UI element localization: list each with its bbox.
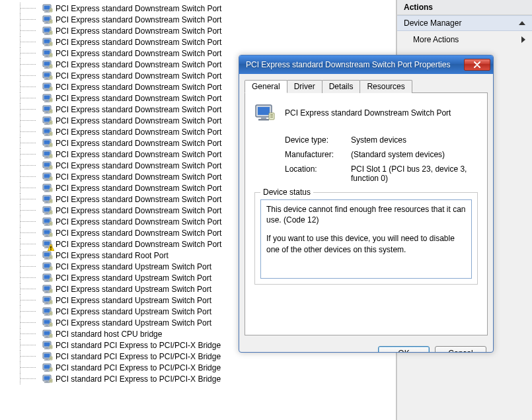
tab-general[interactable]: General <box>245 80 287 93</box>
tree-item-label: PCI Express standard Downstream Switch P… <box>56 83 221 92</box>
tab-panel-general: PCI Express standard Downstream Switch P… <box>245 92 488 335</box>
device-icon <box>42 217 53 227</box>
device-type-label: Device type: <box>285 135 351 145</box>
device-icon <box>42 250 53 261</box>
tree-item-label: PCI Express standard Downstream Switch P… <box>56 26 221 36</box>
tree-item-label: PCI Express standard Downstream Switch P… <box>56 139 221 148</box>
location-label: Location: <box>285 164 351 183</box>
device-status-label: Device status <box>260 188 313 197</box>
manufacturer-label: Manufacturer: <box>285 150 351 159</box>
tree-item-label: PCI Express standard Downstream Switch P… <box>56 94 221 103</box>
tree-item-label: PCI standard PCI Express to PCI/PCI-X Br… <box>56 341 221 350</box>
device-icon <box>254 102 276 123</box>
device-icon <box>42 15 53 25</box>
device-icon <box>42 172 53 182</box>
device-icon <box>42 48 53 59</box>
tree-item-label: PCI standard PCI Express to PCI/PCI-X Br… <box>56 352 221 361</box>
tab-driver[interactable]: Driver <box>287 80 323 93</box>
device-icon <box>42 127 53 137</box>
location-value: PCI Slot 1 (PCI bus 23, device 3, functi… <box>351 164 478 183</box>
tree-item-label: PCI Express standard Upstream Switch Por… <box>56 273 211 283</box>
actions-header: Actions <box>397 0 532 15</box>
close-button[interactable] <box>464 59 490 71</box>
tree-item-label: PCI Express standard Downstream Switch P… <box>56 71 221 81</box>
device-icon <box>42 37 53 48</box>
device-icon <box>42 194 53 205</box>
dialog-title-text: PCI Express standard Downstream Switch P… <box>246 60 464 69</box>
device-icon <box>42 363 53 373</box>
manufacturer-value: (Standard system devices) <box>351 150 478 159</box>
tree-item[interactable]: PCI standard PCI Express to PCI/PCI-X Br… <box>0 373 396 384</box>
tree-item-label: PCI Express standard Downstream Switch P… <box>56 105 221 114</box>
device-icon <box>42 160 53 171</box>
tree-item-label: PCI Express standard Downstream Switch P… <box>56 127 221 137</box>
device-icon <box>42 93 53 104</box>
tree-item[interactable]: PCI Express standard Downstream Switch P… <box>0 36 396 48</box>
tree-item-label: PCI Express standard Upstream Switch Por… <box>56 318 211 328</box>
device-status-textbox[interactable]: This device cannot find enough free reso… <box>260 199 472 279</box>
tree-item-label: PCI Express standard Downstream Switch P… <box>56 161 221 170</box>
tree-item-label: PCI Express standard Downstream Switch P… <box>56 217 221 227</box>
actions-item-label: More Actions <box>413 35 459 44</box>
collapse-icon <box>519 21 525 25</box>
tree-item-label: PCI standard host CPU bridge <box>56 330 162 339</box>
device-icon <box>42 284 53 295</box>
tree-item-label: PCI Express standard Downstream Switch P… <box>56 150 221 159</box>
device-icon <box>42 273 53 283</box>
cancel-button[interactable]: Cancel <box>435 346 486 353</box>
tab-resources[interactable]: Resources <box>360 80 412 93</box>
tree-item-label: PCI Express standard Downstream Switch P… <box>56 38 221 47</box>
device-icon <box>42 26 53 36</box>
tree-item[interactable]: PCI standard PCI Express to PCI/PCI-X Br… <box>0 362 396 373</box>
tree-item-label: PCI Express standard Upstream Switch Por… <box>56 285 211 294</box>
tree-item[interactable]: PCI Express standard Downstream Switch P… <box>0 14 396 25</box>
device-icon <box>42 351 53 362</box>
tree-item-label: PCI Express standard Downstream Switch P… <box>56 49 221 58</box>
device-icon <box>42 183 53 193</box>
device-icon <box>42 306 53 317</box>
tree-item-label: PCI Express standard Downstream Switch P… <box>56 15 221 24</box>
tree-item-label: PCI Express standard Root Port <box>56 251 169 260</box>
submenu-icon <box>521 36 525 43</box>
tree-item-label: PCI Express standard Downstream Switch P… <box>56 4 221 13</box>
actions-section-label: Device Manager <box>404 18 461 28</box>
dialog-titlebar[interactable]: PCI Express standard Downstream Switch P… <box>239 55 493 74</box>
tree-item-label: PCI Express standard Downstream Switch P… <box>56 184 221 193</box>
tree-item-label: PCI Express standard Downstream Switch P… <box>56 172 221 182</box>
device-icon <box>42 3 53 14</box>
device-icon <box>42 295 53 306</box>
device-icon <box>42 59 53 70</box>
device-icon <box>42 340 53 351</box>
tree-item[interactable]: PCI Express standard Downstream Switch P… <box>0 3 396 14</box>
device-icon <box>42 82 53 92</box>
tab-details[interactable]: Details <box>322 80 361 93</box>
device-icon <box>42 104 53 115</box>
device-icon <box>42 318 53 328</box>
actions-item-more-actions[interactable]: More Actions <box>397 31 532 48</box>
tree-item[interactable]: PCI Express standard Downstream Switch P… <box>0 25 396 36</box>
actions-section-device-manager[interactable]: Device Manager <box>397 15 532 31</box>
tree-item-label: PCI standard PCI Express to PCI/PCI-X Br… <box>56 374 221 384</box>
device-icon <box>42 262 53 272</box>
tree-item-label: PCI Express standard Upstream Switch Por… <box>56 307 211 316</box>
device-icon <box>42 374 53 384</box>
tree-item-label: PCI Express standard Downstream Switch P… <box>56 195 221 204</box>
close-icon <box>473 61 481 68</box>
tree-item-label: PCI Express standard Downstream Switch P… <box>56 60 221 69</box>
device-icon <box>42 239 53 250</box>
device-type-value: System devices <box>351 135 478 145</box>
status-line-2: If you want to use this device, you will… <box>266 233 466 254</box>
device-icon <box>42 71 53 81</box>
device-icon <box>42 329 53 339</box>
device-icon <box>42 116 53 126</box>
device-icon <box>42 228 53 238</box>
properties-dialog: PCI Express standard Downstream Switch P… <box>239 55 494 353</box>
tree-item-label: PCI standard PCI Express to PCI/PCI-X Br… <box>56 363 221 372</box>
tree-item-label: PCI Express standard Downstream Switch P… <box>56 206 221 215</box>
tree-item-label: PCI Express standard Downstream Switch P… <box>56 240 221 249</box>
device-name: PCI Express standard Downstream Switch P… <box>285 108 451 118</box>
ok-button[interactable]: OK <box>378 346 430 353</box>
device-icon <box>42 205 53 216</box>
device-icon <box>42 138 53 149</box>
status-line-1: This device cannot find enough free reso… <box>266 204 466 225</box>
